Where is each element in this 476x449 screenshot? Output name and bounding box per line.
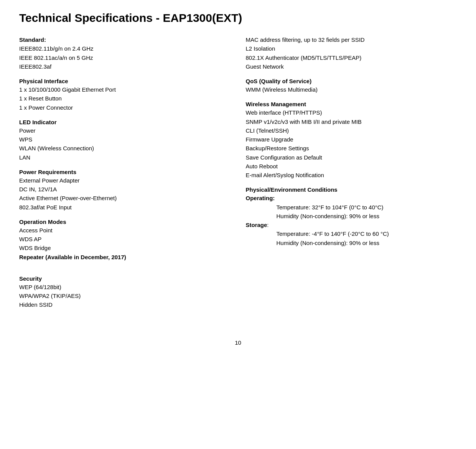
- storage-label-text: Storage: [246, 222, 267, 228]
- sec-cont-4: Guest Network: [246, 62, 457, 71]
- operating-humidity: Humidity (Non-condensing): 90% or less: [246, 212, 457, 220]
- section-security: Security WEP (64/128bit) WPA/WPA2 (TKIP/…: [19, 275, 223, 309]
- storage-label: Storage:: [246, 220, 457, 229]
- page-number: 10: [19, 339, 457, 346]
- wm-line-5: Backup/Restore Settings: [246, 144, 457, 153]
- wm-line-2: SNMP v1/v2c/v3 with MIB I/II and private…: [246, 117, 457, 126]
- storage-humidity: Humidity (Non-condensing): 90% or less: [246, 238, 457, 247]
- led-line-1: Power: [19, 126, 223, 135]
- section-power-requirements: Power Requirements External Power Adapte…: [19, 169, 223, 212]
- operation-mode-1: Access Point: [19, 226, 223, 235]
- sec-cont-1: MAC address filtering, up to 32 fields p…: [246, 35, 457, 44]
- operating-label-text: Operating:: [246, 195, 275, 201]
- section-led-indicator: LED Indicator Power WPS WLAN (Wireless C…: [19, 119, 223, 162]
- power-line-3: Active Ethernet (Power-over-Ethernet): [19, 194, 223, 202]
- qos-header: QoS (Quality of Service): [246, 78, 457, 84]
- security-line-1: WEP (64/128bit): [19, 283, 223, 291]
- section-operation-modes: Operation Modes Access Point WDS AP WDS …: [19, 219, 223, 262]
- security-line-2: WPA/WPA2 (TKIP/AES): [19, 291, 223, 300]
- operating-label: Operating:: [246, 194, 457, 202]
- standard-header: Standard:: [19, 35, 223, 44]
- sec-cont-3: 802.1X Authenticator (MD5/TLS/TTLS/PEAP): [246, 53, 457, 62]
- security-line-3: Hidden SSID: [19, 300, 223, 309]
- power-requirements-header: Power Requirements: [19, 169, 223, 175]
- page-title: Technical Specifications - EAP1300(EXT): [19, 12, 457, 25]
- operation-mode-2: WDS AP: [19, 235, 223, 243]
- storage-temp: Temperature: -4°F to 140°F (-20°C to 60 …: [246, 229, 457, 238]
- operation-modes-header: Operation Modes: [19, 219, 223, 225]
- power-line-4: 802.3af/at PoE Input: [19, 203, 223, 212]
- wm-line-3: CLI (Telnet/SSH): [246, 126, 457, 135]
- wm-line-4: Firmware Upgrade: [246, 135, 457, 144]
- led-indicator-header: LED Indicator: [19, 119, 223, 125]
- section-security-cont: MAC address filtering, up to 32 fields p…: [246, 35, 457, 71]
- standard-line-2: IEEE 802.11ac/a/n on 5 GHz: [19, 53, 223, 62]
- section-physical-env: Physical/Environment Conditions Operatin…: [246, 186, 457, 247]
- section-standard: Standard: IEEE802.11b/g/n on 2.4 GHz IEE…: [19, 35, 223, 71]
- qos-line-1: WMM (Wireless Multimedia): [246, 85, 457, 94]
- right-column: MAC address filtering, up to 32 fields p…: [238, 35, 457, 316]
- power-line-2: DC IN, 12V/1A: [19, 185, 223, 194]
- operation-mode-3: WDS Bridge: [19, 243, 223, 252]
- wm-line-7: Auto Reboot: [246, 162, 457, 171]
- wm-line-1: Web interface (HTTP/HTTPS): [246, 108, 457, 117]
- physical-interface-line-2: 1 x Reset Button: [19, 94, 223, 103]
- section-wireless-management: Wireless Management Web interface (HTTP/…: [246, 101, 457, 179]
- physical-interface-header: Physical Interface: [19, 78, 223, 84]
- storage-colon: :: [267, 222, 268, 228]
- security-header: Security: [19, 275, 223, 282]
- physical-interface-line-3: 1 x Power Connector: [19, 103, 223, 112]
- left-column: Standard: IEEE802.11b/g/n on 2.4 GHz IEE…: [19, 35, 238, 316]
- operating-temp: Temperature: 32°F to 104°F (0°C to 40°C): [246, 203, 457, 212]
- led-line-3: WLAN (Wireless Connection): [19, 144, 223, 153]
- wireless-mgmt-header: Wireless Management: [246, 101, 457, 107]
- power-line-1: External Power Adapter: [19, 176, 223, 185]
- physical-env-header: Physical/Environment Conditions: [246, 186, 457, 193]
- led-line-4: LAN: [19, 153, 223, 162]
- standard-line-3: IEEE802.3af: [19, 62, 223, 71]
- physical-interface-line-1: 1 x 10/100/1000 Gigabit Ethernet Port: [19, 85, 223, 94]
- wm-line-6: Save Configuration as Default: [246, 153, 457, 162]
- standard-line-1: IEEE802.11b/g/n on 2.4 GHz: [19, 44, 223, 53]
- led-line-2: WPS: [19, 135, 223, 144]
- wm-line-8: E-mail Alert/Syslog Notification: [246, 171, 457, 179]
- sec-cont-2: L2 Isolation: [246, 44, 457, 53]
- section-physical-interface: Physical Interface 1 x 10/100/1000 Gigab…: [19, 78, 223, 112]
- operation-mode-bold: Repeater (Available in December, 2017): [19, 253, 223, 262]
- section-qos: QoS (Quality of Service) WMM (Wireless M…: [246, 78, 457, 94]
